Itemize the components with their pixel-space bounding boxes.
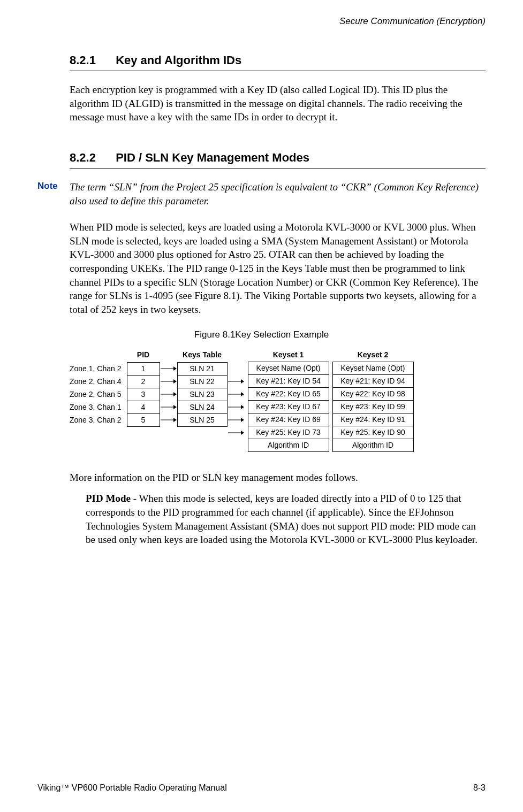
paragraph-2: When PID mode is selected, keys are load… [70,220,486,316]
pid-mode-text: - When this mode is selected, keys are l… [86,493,477,545]
footer-left: Viking™ VP600 Portable Radio Operating M… [37,783,227,793]
note-label: Note [37,180,70,208]
keyset1-cell: Algorithm ID [248,439,329,451]
pid-column: PID 1 2 3 4 5 [127,351,160,427]
keyset1-title: Keyset 1 [248,351,329,363]
keyset2-cell: Keyset Name (Opt) [333,362,413,375]
svg-marker-1 [173,366,177,371]
arrow-right-icon [160,401,177,413]
arrow-right-icon [160,362,177,375]
figure-diagram: Zone 1, Chan 2 Zone 2, Chan 4 Zone 2, Ch… [70,351,486,452]
zone-label: Zone 3, Chan 2 [70,413,122,426]
zone-label: Zone 3, Chan 1 [70,401,122,413]
pid-cell: 5 [127,414,160,426]
svg-marker-3 [173,379,177,384]
arrow-right-icon [228,413,245,426]
arrow-right-icon [160,388,177,401]
pid-cell: 3 [127,388,160,401]
section-title: PID / SLN Key Management Modes [116,151,309,164]
keys-cell: SLN 24 [178,401,227,414]
svg-marker-19 [241,431,244,435]
keyset2-title: Keyset 2 [332,351,414,363]
page-footer: Viking™ VP600 Portable Radio Operating M… [37,783,486,793]
pid-cell: 4 [127,401,160,414]
arrow-column [228,375,245,439]
keyset1-cell: Key #24: Key ID 69 [248,413,329,426]
zone-label: Zone 1, Chan 2 [70,362,122,375]
keyset2-cell: Key #21: Key ID 94 [333,375,413,388]
paragraph-4: PID Mode - When this mode is selected, k… [86,492,486,547]
keys-cell: SLN 21 [178,363,227,376]
svg-marker-13 [241,392,244,396]
keys-cell: SLN 25 [178,414,227,426]
pid-mode-label: PID Mode [86,493,131,504]
keyset1-cell: Key #23: Key ID 67 [248,401,329,413]
keyset2-cell: Key #23: Key ID 99 [333,401,413,413]
arrow-right-icon [228,401,245,413]
svg-marker-5 [173,392,177,396]
note-text: The term “SLN” from the Project 25 speci… [70,180,486,208]
footer-page-number: 8-3 [473,783,486,793]
keyset2-column: Keyset 2 Keyset Name (Opt) Key #21: Key … [332,351,414,452]
keys-cell: SLN 22 [178,376,227,388]
keyset1-cell: Key #21: Key ID 54 [248,375,329,388]
keyset2-cell: Key #22: Key ID 98 [333,388,413,401]
arrow-right-icon [228,426,245,439]
svg-marker-17 [241,418,244,422]
section-heading-1: 8.2.1 Key and Algorithm IDs [70,53,486,67]
paragraph-3: More information on the PID or SLN key m… [70,471,486,485]
keys-table-column: Keys Table SLN 21 SLN 22 SLN 23 SLN 24 S… [177,351,228,427]
pid-cell: 1 [127,363,160,376]
section-heading-2: 8.2.2 PID / SLN Key Management Modes [70,151,486,165]
keyset1-cell: Keyset Name (Opt) [248,362,329,375]
keys-cell: SLN 23 [178,388,227,401]
note-block: Note The term “SLN” from the Project 25 … [37,180,486,208]
section-number: 8.2.2 [70,151,112,165]
keyset1-cell: Key #22: Key ID 65 [248,388,329,401]
section-rule [70,71,486,71]
arrow-right-icon [228,375,245,388]
section-title: Key and Algorithm IDs [116,53,241,67]
pid-cell: 2 [127,376,160,388]
keyset1-cell: Key #25: Key ID 73 [248,426,329,439]
arrow-column [160,362,177,426]
section-number: 8.2.1 [70,53,112,67]
keyset2-cell: Key #25: Key ID 90 [333,426,413,439]
paragraph-1: Each encryption key is programmed with a… [70,83,486,124]
svg-marker-7 [173,405,177,409]
figure-caption: Figure 8.1Key Selection Example [37,330,486,340]
section-rule [70,168,486,168]
keys-header: Keys Table [183,351,222,362]
arrow-right-icon [160,375,177,388]
keyset2-cell: Key #24: Key ID 91 [333,413,413,426]
zone-label: Zone 2, Chan 4 [70,375,122,388]
svg-marker-9 [173,418,177,422]
svg-marker-11 [241,379,244,384]
svg-marker-15 [241,405,244,409]
pid-header: PID [137,351,149,362]
keyset1-column: Keyset 1 Keyset Name (Opt) Key #21: Key … [248,351,329,452]
running-header: Secure Communication (Encryption) [37,16,486,27]
arrow-right-icon [228,388,245,401]
zone-labels-column: Zone 1, Chan 2 Zone 2, Chan 4 Zone 2, Ch… [70,362,127,426]
arrow-right-icon [160,413,177,426]
zone-label: Zone 2, Chan 5 [70,388,122,401]
keyset2-cell: Algorithm ID [333,439,413,451]
